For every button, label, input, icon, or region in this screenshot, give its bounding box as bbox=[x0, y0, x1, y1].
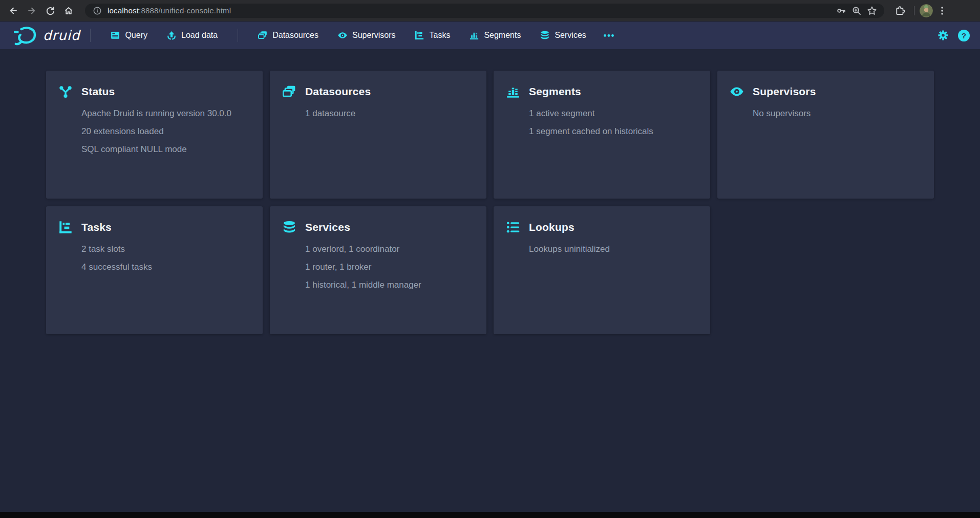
card-line: Lookups uninitialized bbox=[529, 240, 700, 258]
nav-item-label: Query bbox=[125, 31, 147, 40]
gantt-chart-icon bbox=[59, 221, 72, 234]
card-lookups[interactable]: Lookups Lookups uninitialized bbox=[494, 206, 710, 334]
url-text[interactable]: localhost:8888/unified-console.html bbox=[108, 6, 827, 15]
nav-item-label: Services bbox=[555, 31, 586, 40]
nav-divider bbox=[90, 29, 91, 42]
card-line: 1 datasource bbox=[305, 104, 476, 122]
stacked-windows-icon bbox=[283, 85, 296, 98]
card-line: 1 overlord, 1 coordinator bbox=[305, 240, 476, 258]
card-line: 1 active segment bbox=[529, 104, 700, 122]
nav-divider bbox=[238, 29, 238, 42]
reload-icon[interactable] bbox=[41, 2, 59, 20]
eye-icon bbox=[338, 31, 347, 40]
nav-item-label: Supervisors bbox=[352, 31, 395, 40]
druid-swirl-icon bbox=[13, 25, 37, 46]
druid-navbar: druid Query Load data Datasources Superv… bbox=[0, 21, 980, 49]
extensions-puzzle-icon[interactable] bbox=[890, 2, 909, 20]
nav-item-datasources[interactable]: Datasources bbox=[248, 27, 328, 44]
card-line: SQL compliant NULL mode bbox=[81, 140, 252, 158]
window-edge bbox=[0, 512, 980, 518]
settings-button[interactable] bbox=[936, 29, 950, 42]
help-button[interactable]: ? bbox=[958, 30, 970, 41]
stacked-windows-icon bbox=[258, 31, 267, 40]
upload-arrow-icon bbox=[167, 31, 176, 40]
bookmark-star-icon[interactable] bbox=[867, 6, 877, 16]
help-icon: ? bbox=[962, 31, 966, 40]
browser-toolbar: localhost:8888/unified-console.html bbox=[0, 0, 980, 21]
nav-item-label: Datasources bbox=[272, 31, 318, 40]
card-title: Status bbox=[81, 85, 115, 98]
card-line: 2 task slots bbox=[81, 240, 252, 258]
card-tasks[interactable]: Tasks 2 task slots 4 successful tasks bbox=[46, 206, 263, 334]
card-status[interactable]: Status Apache Druid is running version 3… bbox=[46, 71, 263, 199]
ellipsis-icon bbox=[603, 34, 614, 37]
gear-icon bbox=[937, 29, 949, 41]
url-host: localhost bbox=[108, 6, 139, 15]
toolbar-separator bbox=[914, 6, 914, 15]
home-icon[interactable] bbox=[59, 2, 78, 20]
card-title: Datasources bbox=[305, 85, 371, 98]
nav-item-label: Tasks bbox=[429, 31, 450, 40]
nav-item-services[interactable]: Services bbox=[530, 27, 595, 44]
bar-chart-icon bbox=[506, 85, 520, 98]
forward-icon[interactable] bbox=[23, 2, 41, 20]
menu-dots-icon[interactable] bbox=[933, 2, 951, 20]
druid-logo[interactable]: druid bbox=[13, 25, 80, 46]
card-line: 4 successful tasks bbox=[81, 258, 252, 276]
nav-item-load-data[interactable]: Load data bbox=[157, 27, 227, 44]
profile-avatar[interactable] bbox=[920, 4, 933, 17]
card-datasources[interactable]: Datasources 1 datasource bbox=[270, 71, 486, 199]
database-icon bbox=[283, 221, 296, 234]
nav-item-label: Segments bbox=[484, 31, 521, 40]
url-path: :8888/unified-console.html bbox=[139, 6, 231, 15]
card-segments[interactable]: Segments 1 active segment 1 segment cach… bbox=[494, 71, 710, 199]
password-key-icon[interactable] bbox=[836, 6, 846, 16]
eye-icon bbox=[730, 85, 743, 98]
application-window-icon bbox=[111, 31, 120, 40]
nav-item-tasks[interactable]: Tasks bbox=[405, 27, 460, 44]
card-line: 1 router, 1 broker bbox=[305, 258, 476, 276]
nav-item-query[interactable]: Query bbox=[101, 27, 157, 44]
nav-item-segments[interactable]: Segments bbox=[460, 27, 530, 44]
url-bar[interactable]: localhost:8888/unified-console.html bbox=[85, 4, 884, 18]
card-line: No supervisors bbox=[753, 104, 924, 122]
network-graph-icon bbox=[59, 85, 72, 98]
nav-item-supervisors[interactable]: Supervisors bbox=[328, 27, 405, 44]
nav-item-label: Load data bbox=[181, 31, 218, 40]
card-title: Tasks bbox=[81, 221, 112, 233]
card-line: Apache Druid is running version 30.0.0 bbox=[81, 104, 252, 122]
card-line: 1 historical, 1 middle manager bbox=[305, 276, 476, 294]
card-line: 20 extensions loaded bbox=[81, 122, 252, 140]
card-line: 1 segment cached on historicals bbox=[529, 122, 700, 140]
zoom-in-icon[interactable] bbox=[851, 6, 862, 16]
card-supervisors[interactable]: Supervisors No supervisors bbox=[717, 71, 934, 199]
card-services[interactable]: Services 1 overlord, 1 coordinator 1 rou… bbox=[270, 206, 486, 334]
card-title: Segments bbox=[529, 85, 581, 98]
home-cards-grid: Status Apache Druid is running version 3… bbox=[46, 71, 937, 334]
card-title: Lookups bbox=[529, 221, 574, 233]
site-info-icon[interactable] bbox=[92, 6, 102, 16]
bar-chart-icon bbox=[470, 31, 479, 40]
card-title: Services bbox=[305, 221, 350, 233]
more-menu-button[interactable] bbox=[596, 30, 622, 41]
bulleted-list-icon bbox=[506, 221, 520, 234]
card-title: Supervisors bbox=[753, 85, 816, 98]
gantt-chart-icon bbox=[415, 31, 424, 40]
database-icon bbox=[540, 31, 549, 40]
brand-wordmark: druid bbox=[43, 28, 80, 43]
back-icon[interactable] bbox=[4, 2, 23, 20]
